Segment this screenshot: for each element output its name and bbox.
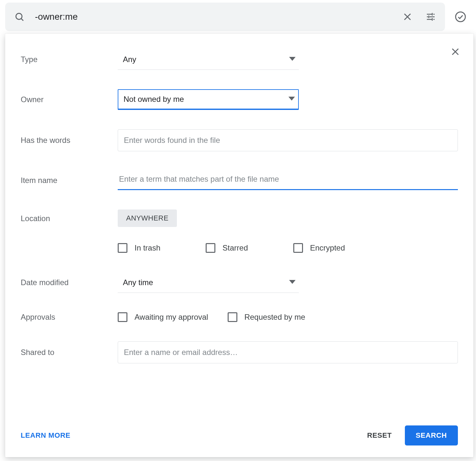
checkbox-box (118, 243, 127, 253)
shared-to-input[interactable] (118, 341, 458, 363)
date-modified-dropdown[interactable]: Any time (118, 272, 299, 293)
advanced-search-panel: Type Any Owner Not owned by me Has the w… (5, 34, 473, 457)
owner-dropdown-value: Not owned by me (124, 95, 184, 104)
svg-rect-4 (427, 14, 432, 15)
requested-by-me-label: Requested by me (244, 313, 305, 322)
starred-checkbox[interactable]: Starred (206, 243, 248, 253)
svg-line-1 (21, 19, 23, 21)
row-type: Type Any (21, 49, 458, 70)
in-trash-checkbox[interactable]: In trash (118, 243, 160, 253)
location-chip[interactable]: ANYWHERE (118, 209, 177, 227)
starred-label: Starred (222, 243, 248, 252)
row-approvals: Approvals Awaiting my approval Requested… (21, 312, 458, 322)
row-location: Location ANYWHERE In trash Starred Encry… (21, 209, 458, 253)
svg-point-13 (456, 12, 465, 22)
in-trash-label: In trash (135, 243, 160, 252)
clear-search-button[interactable] (400, 9, 415, 25)
chevron-down-icon (289, 55, 296, 64)
item-name-input[interactable] (118, 171, 458, 190)
svg-marker-18 (289, 280, 296, 284)
chevron-down-icon (288, 95, 295, 104)
checkbox-box (293, 243, 303, 253)
checkbox-box (228, 312, 237, 322)
search-input[interactable] (35, 12, 392, 22)
checkbox-box (206, 243, 215, 253)
svg-rect-9 (428, 16, 429, 18)
row-date-modified: Date modified Any time (21, 272, 458, 293)
type-dropdown-value: Any (123, 55, 136, 64)
close-panel-button[interactable] (448, 44, 463, 59)
svg-rect-8 (427, 16, 428, 17)
row-owner: Owner Not owned by me (21, 89, 458, 110)
type-label: Type (21, 55, 118, 64)
owner-label: Owner (21, 95, 118, 104)
svg-rect-10 (427, 19, 432, 20)
svg-point-0 (16, 13, 22, 19)
checkbox-box (118, 312, 127, 322)
svg-rect-11 (433, 19, 435, 20)
approvals-label: Approvals (21, 313, 118, 322)
encrypted-label: Encrypted (310, 243, 345, 252)
row-item-name: Item name (21, 171, 458, 190)
svg-marker-16 (289, 57, 296, 61)
search-options-icon[interactable] (423, 9, 438, 25)
reset-button[interactable]: RESET (367, 431, 392, 440)
date-modified-label: Date modified (21, 278, 118, 287)
location-label: Location (21, 209, 118, 223)
date-modified-value: Any time (123, 278, 153, 287)
has-words-label: Has the words (21, 136, 118, 145)
requested-by-me-checkbox[interactable]: Requested by me (228, 312, 305, 322)
svg-rect-5 (433, 14, 435, 15)
owner-dropdown[interactable]: Not owned by me (118, 89, 299, 110)
svg-rect-12 (432, 18, 433, 21)
learn-more-link[interactable]: LEARN MORE (21, 431, 70, 440)
svg-marker-17 (288, 97, 295, 101)
type-dropdown[interactable]: Any (118, 49, 299, 70)
offline-ready-icon[interactable] (453, 9, 468, 25)
panel-footer: LEARN MORE RESET SEARCH (21, 425, 458, 445)
shared-to-label: Shared to (21, 348, 118, 357)
search-button[interactable]: SEARCH (405, 425, 458, 445)
item-name-label: Item name (21, 176, 118, 185)
awaiting-approval-label: Awaiting my approval (135, 313, 208, 322)
row-has-words: Has the words (21, 129, 458, 151)
svg-rect-7 (429, 16, 435, 17)
chevron-down-icon (289, 278, 296, 287)
has-words-input[interactable] (118, 129, 458, 151)
row-shared-to: Shared to (21, 341, 458, 363)
search-bar (5, 3, 445, 31)
search-icon[interactable] (12, 9, 27, 25)
awaiting-approval-checkbox[interactable]: Awaiting my approval (118, 312, 208, 322)
svg-rect-6 (432, 13, 433, 16)
encrypted-checkbox[interactable]: Encrypted (293, 243, 345, 253)
